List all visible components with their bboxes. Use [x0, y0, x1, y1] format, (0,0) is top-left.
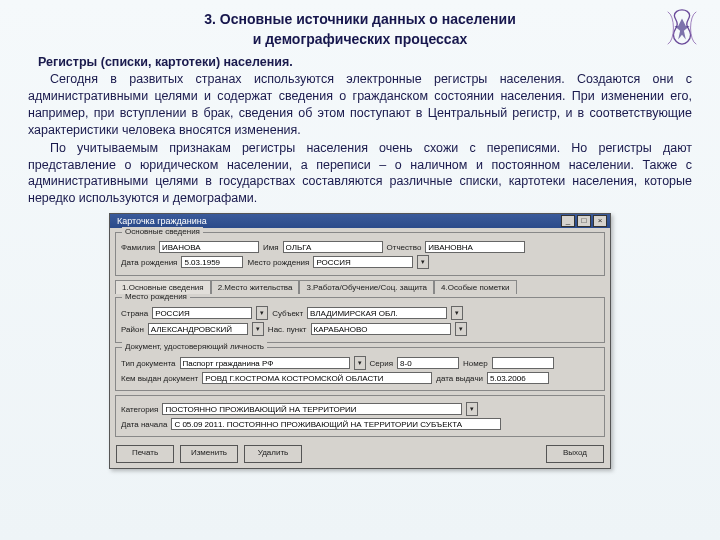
birthplace-dropdown[interactable]: ▾	[417, 255, 429, 269]
tab-work[interactable]: 3.Работа/Обучение/Соц. защита	[299, 280, 434, 294]
label-district: Район	[121, 325, 144, 334]
surname-input[interactable]	[159, 241, 259, 253]
name-input[interactable]	[283, 241, 383, 253]
dialog-title: Карточка гражданина	[113, 216, 559, 226]
maximize-button[interactable]: □	[577, 215, 591, 227]
tab-residence[interactable]: 2.Место жительства	[211, 280, 300, 294]
label-surname: Фамилия	[121, 243, 155, 252]
section-subhead: Регистры (списки, картотеки) населения.	[38, 55, 692, 69]
dialog-buttons: Печать Изменить Удалить Выход	[110, 440, 610, 468]
country-input[interactable]	[152, 307, 252, 319]
label-birthdate: Дата рождения	[121, 258, 177, 267]
label-birthplace: Место рождения	[247, 258, 309, 267]
number-input[interactable]	[492, 357, 554, 369]
series-input[interactable]	[397, 357, 459, 369]
birthplace-input[interactable]	[313, 256, 413, 268]
delete-button[interactable]: Удалить	[244, 445, 302, 463]
citizen-card-dialog: Карточка гражданина _ □ × Основные сведе…	[109, 213, 611, 469]
label-issued-by: Кем выдан документ	[121, 374, 198, 383]
period-input[interactable]	[171, 418, 501, 430]
doctype-dropdown[interactable]: ▾	[354, 356, 366, 370]
subject-dropdown[interactable]: ▾	[451, 306, 463, 320]
district-dropdown[interactable]: ▾	[252, 322, 264, 336]
label-series: Серия	[370, 359, 393, 368]
logo-emblem	[658, 8, 706, 48]
label-patronym: Отчество	[387, 243, 422, 252]
tab-main[interactable]: 1.Основные сведения	[115, 280, 211, 294]
group-document: Документ, удостоверяющий личность Тип до…	[115, 347, 605, 391]
group-category: Категория ▾ Дата начала	[115, 395, 605, 437]
label-locality: Нас. пункт	[268, 325, 307, 334]
birthdate-input[interactable]	[181, 256, 243, 268]
label-issue-date: дата выдачи	[436, 374, 483, 383]
paragraph-1: Сегодня в развитых странах используются …	[28, 71, 692, 139]
exit-button[interactable]: Выход	[546, 445, 604, 463]
patronym-input[interactable]	[425, 241, 525, 253]
label-subject: Субъект	[272, 309, 303, 318]
change-button[interactable]: Изменить	[180, 445, 238, 463]
issue-date-input[interactable]	[487, 372, 549, 384]
group-doc-title: Документ, удостоверяющий личность	[122, 342, 267, 351]
category-input[interactable]	[162, 403, 462, 415]
group-birthplace: Место рождения Страна ▾ Субъект ▾ Район …	[115, 297, 605, 343]
dialog-titlebar[interactable]: Карточка гражданина _ □ ×	[110, 214, 610, 228]
group-main-title: Основные сведения	[122, 227, 203, 236]
country-dropdown[interactable]: ▾	[256, 306, 268, 320]
district-input[interactable]	[148, 323, 248, 335]
print-button[interactable]: Печать	[116, 445, 174, 463]
label-number: Номер	[463, 359, 488, 368]
label-name: Имя	[263, 243, 279, 252]
locality-dropdown[interactable]: ▾	[455, 322, 467, 336]
page-title: 3. Основные источники данных о населении…	[28, 10, 692, 49]
label-country: Страна	[121, 309, 148, 318]
close-button[interactable]: ×	[593, 215, 607, 227]
tab-marks[interactable]: 4.Особые пометки	[434, 280, 517, 294]
label-period: Дата начала	[121, 420, 167, 429]
paragraph-2: По учитываемым признакам регистры населе…	[28, 140, 692, 208]
tabs: 1.Основные сведения 2.Место жительства 3…	[115, 279, 610, 293]
group-main: Основные сведения Фамилия Имя Отчество Д…	[115, 232, 605, 276]
doctype-input[interactable]	[180, 357, 350, 369]
locality-input[interactable]	[311, 323, 451, 335]
subject-input[interactable]	[307, 307, 447, 319]
category-dropdown[interactable]: ▾	[466, 402, 478, 416]
label-doctype: Тип документа	[121, 359, 176, 368]
issued-by-input[interactable]	[202, 372, 432, 384]
label-category: Категория	[121, 405, 158, 414]
minimize-button[interactable]: _	[561, 215, 575, 227]
